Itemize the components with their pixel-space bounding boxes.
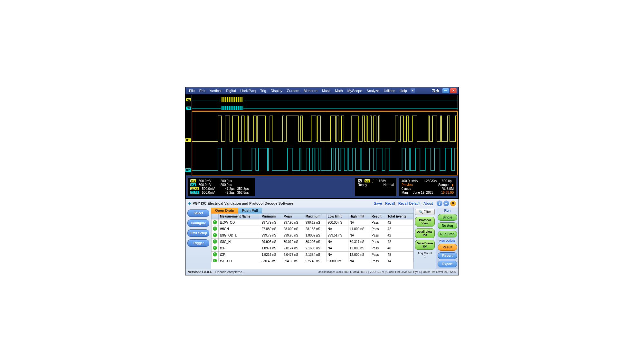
menu-file[interactable]: File (187, 89, 197, 93)
run-options-link[interactable]: Run Options (438, 239, 457, 242)
results-table: Measurement NameMinimumMeanMaximumLow li… (211, 213, 413, 262)
app-window: File Edit Vertical Digital Horiz/Acq Tri… (185, 87, 459, 275)
version-label: Version: 1.8.0.4 (188, 270, 212, 274)
menu-digital[interactable]: Digital (224, 89, 238, 93)
table-row[interactable]: tLOW_OD997.79 nS997.93 nS998.12 nS200.00… (212, 219, 413, 226)
scope-info: Oscilloscope: Clock REF1, Data REF2 | VD… (318, 270, 456, 274)
run-stop-button[interactable]: Run/Stop (438, 231, 457, 237)
run-header: Run (438, 209, 457, 212)
result-button[interactable]: Result (438, 244, 457, 251)
results-area: Open Drain Push Pull Measurement NameMin… (211, 208, 413, 269)
panel-minimize-button[interactable]: − (443, 200, 449, 206)
status-bar: R1500.0mV200.0µs R2500.0mV200.0µs Z1R150… (186, 175, 458, 198)
menu-mask[interactable]: Mask (320, 89, 333, 93)
table-row[interactable]: tDIG_OD_L999.79 nS999.98 nS1.0002 µS999.… (212, 232, 413, 238)
pass-icon (213, 233, 217, 237)
channel-r2-label[interactable]: R2 (186, 107, 191, 110)
no-acq-button[interactable]: No Acq (438, 222, 457, 229)
detail-view-pd-button[interactable]: Detail View-PD (415, 228, 435, 238)
main-r1-label[interactable]: R1 (185, 138, 191, 142)
pass-icon (213, 252, 217, 256)
save-link[interactable]: Save (374, 201, 382, 205)
menu-analyze[interactable]: Analyze (365, 89, 382, 93)
menu-dropdown-icon[interactable]: ▼ (411, 88, 415, 93)
timebase-readout: 400.0µs/div1.25GS/s800.0p PreviewSample▮… (399, 177, 457, 196)
results-scroll[interactable]: Measurement NameMinimumMeanMaximumLow li… (211, 213, 413, 262)
menu-utilities[interactable]: Utilities (382, 89, 397, 93)
filter-button[interactable]: 🔍 Filter (415, 209, 435, 215)
select-button[interactable]: Select (187, 209, 209, 217)
acq-count-label: Acq Count (418, 252, 432, 255)
warning-icon: ▮ (452, 183, 454, 187)
menu-myscope[interactable]: MyScope (345, 89, 365, 93)
panel-title: PGY-I3C Electrical Validation and Protoc… (193, 201, 293, 205)
acq-count-value: 1 (424, 255, 426, 258)
trigger-button[interactable]: Trigger (187, 239, 209, 247)
pgy-logo-icon: ◈ (188, 201, 191, 205)
detail-view-ev-button[interactable]: Detail View-EV (415, 240, 435, 250)
trace-r2 (192, 145, 457, 173)
report-button[interactable]: Report (438, 252, 457, 259)
configure-button[interactable]: Configure (187, 219, 209, 227)
col-header[interactable] (212, 213, 219, 219)
single-button[interactable]: Single (438, 214, 457, 221)
menu-trig[interactable]: Trig (258, 89, 269, 93)
table-row[interactable]: tSU_OD830.48 nS894.30 nS975.49 nS3.0000 … (212, 258, 413, 262)
table-row[interactable]: tHIGH27.889 nS28.000 nS28.156 nSNA41.000… (212, 226, 413, 232)
menu-vertical[interactable]: Vertical (208, 89, 224, 93)
close-button[interactable]: ✕ (450, 88, 457, 93)
about-link[interactable]: About (423, 201, 433, 205)
protocol-view-button[interactable]: Protocol View (415, 217, 435, 227)
col-header[interactable]: High limit (348, 213, 370, 219)
table-row[interactable]: tDIG_H29.906 nS30.019 nS30.206 nSNA30.31… (212, 238, 413, 245)
menu-help[interactable]: Help (397, 89, 409, 93)
menu-display[interactable]: Display (269, 89, 285, 93)
table-row[interactable]: tCF1.8971 nS2.0174 nS2.1603 nSNA12.000 n… (212, 245, 413, 251)
menu-cursors[interactable]: Cursors (285, 89, 302, 93)
menu-measure[interactable]: Measure (301, 89, 320, 93)
export-button[interactable]: Export (438, 261, 457, 267)
limit-setup-button[interactable]: Limit Setup (187, 229, 209, 237)
view-controls: 🔍 Filter Protocol View Detail View-PD De… (413, 208, 436, 269)
col-header[interactable]: Mean (282, 213, 304, 219)
analysis-panel: ◈ PGY-I3C Electrical Validation and Prot… (185, 199, 459, 275)
recall-link[interactable]: Recall (385, 201, 395, 205)
channel-r1-label[interactable]: R1 (186, 98, 191, 101)
table-row[interactable]: tCR1.9216 nS2.0473 nS2.1384 nSNA12.000 n… (212, 251, 413, 258)
panel-header: ◈ PGY-I3C Electrical Validation and Prot… (185, 199, 459, 208)
scope-display: R1 R2 placeholder R1 R2 (185, 94, 459, 199)
col-header[interactable]: Low limit (326, 213, 348, 219)
trace-r1: placeholder (192, 114, 457, 143)
panel-footer: Version: 1.8.0.4 Decode completed... Osc… (185, 269, 459, 275)
col-header[interactable]: Maximum (304, 213, 326, 219)
pass-icon (213, 227, 217, 231)
help-button[interactable]: ? (437, 200, 442, 206)
minimize-button[interactable]: — (442, 88, 449, 93)
panel-close-button[interactable]: ✕ (450, 200, 456, 206)
brand-logo: Tek (431, 88, 442, 93)
run-controls: Run Single No Acq Run/Stop Run Options R… (436, 208, 459, 269)
waveform-overview[interactable] (192, 95, 458, 110)
col-header[interactable]: Total Events (386, 213, 413, 219)
col-header[interactable]: Measurement Name (219, 213, 260, 219)
menu-edit[interactable]: Edit (197, 89, 208, 93)
channel-readout: R1500.0mV200.0µs R2500.0mV200.0µs Z1R150… (187, 177, 255, 196)
trigger-readout: AC1∫1.168V ReadyNormal (355, 177, 397, 196)
waveform-main[interactable]: placeholder (192, 111, 458, 175)
tab-push-pull[interactable]: Push Pull (238, 208, 262, 213)
pass-icon (213, 246, 217, 250)
pass-icon (213, 220, 217, 224)
menu-horizacq[interactable]: Horiz/Acq (238, 89, 258, 93)
col-header[interactable]: Result (370, 213, 386, 219)
decode-status: Decode completed... (215, 270, 245, 274)
pass-icon (213, 239, 217, 244)
tab-open-drain[interactable]: Open Drain (211, 208, 238, 213)
recall-default-link[interactable]: Recall Default (398, 201, 420, 205)
menubar: File Edit Vertical Digital Horiz/Acq Tri… (185, 87, 459, 94)
main-r2-label[interactable]: R2 (185, 168, 191, 172)
col-header[interactable]: Minimum (260, 213, 282, 219)
menu-math[interactable]: Math (333, 89, 345, 93)
panel-sidebar: Select Configure Limit Setup Trigger (185, 208, 211, 269)
pass-icon (213, 259, 217, 262)
